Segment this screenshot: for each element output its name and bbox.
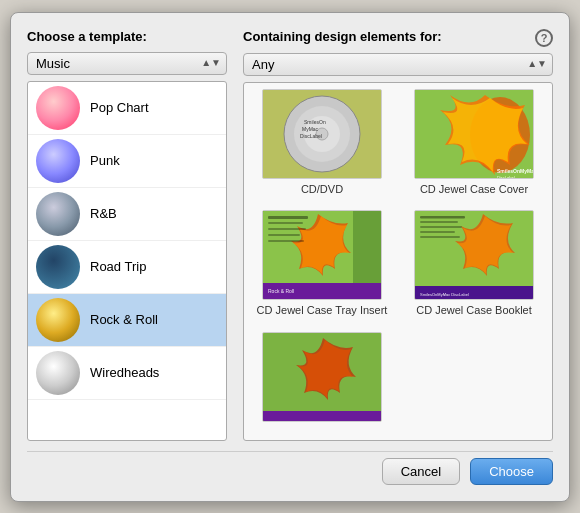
road-trip-label: Road Trip — [90, 259, 146, 274]
template-select[interactable]: Music — [27, 52, 227, 75]
rock-and-roll-item[interactable]: Rock & Roll — [28, 294, 226, 347]
template-dropdown-wrapper: Music ▲▼ — [27, 52, 227, 75]
svg-rect-25 — [420, 231, 455, 233]
jewel-cover-svg: SmilesOnMyMac DiscLabel — [415, 90, 533, 178]
road-trip-thumb — [36, 245, 80, 289]
template-chooser-dialog: Choose a template: Music ▲▼ Pop Chart Pu… — [10, 12, 570, 502]
template-list: Pop Chart Punk R&B Road Trip — [27, 81, 227, 441]
punk-thumb — [36, 139, 80, 183]
rnb-label: R&B — [90, 206, 117, 221]
extra-visual — [263, 333, 381, 421]
jewel-tray-preview-box: Rock & Roll — [262, 210, 382, 300]
help-icon[interactable]: ? — [535, 29, 553, 47]
pop-chart-thumb — [36, 86, 80, 130]
extra-preview-box — [262, 332, 382, 422]
elements-select[interactable]: Any — [243, 53, 553, 76]
svg-rect-17 — [268, 228, 306, 230]
svg-rect-19 — [268, 240, 304, 242]
right-panel: Containing design elements for: ? Any ▲▼ — [243, 29, 553, 441]
wiredheads-label: Wiredheads — [90, 365, 159, 380]
template-item[interactable]: Pop Chart — [28, 82, 226, 135]
cancel-button[interactable]: Cancel — [382, 458, 460, 485]
cd-dvd-preview: SmilesOn MyMac DiscLabel — [262, 89, 382, 179]
rnb-thumb — [36, 192, 80, 236]
dialog-buttons: Cancel Choose — [27, 451, 553, 485]
svg-text:SmilesOnMyMac: SmilesOnMyMac — [497, 168, 533, 174]
cd-dvd-label: CD/DVD — [301, 183, 343, 195]
svg-text:DiscLabel: DiscLabel — [497, 175, 515, 178]
template-item[interactable]: R&B — [28, 188, 226, 241]
svg-rect-23 — [420, 221, 458, 223]
svg-text:MyMac: MyMac — [302, 126, 319, 132]
rock-roll-label: Rock & Roll — [90, 312, 158, 327]
template-item[interactable]: Road Trip — [28, 241, 226, 294]
jewel-tray-visual: Rock & Roll — [263, 211, 381, 299]
elements-dropdown-wrapper: Any ▲▼ — [243, 53, 553, 76]
jewel-cover-result[interactable]: SmilesOnMyMac DiscLabel CD Jewel Case Co… — [402, 89, 546, 203]
jewel-booklet-svg: SmilesOnMyMac DiscLabel — [415, 211, 533, 299]
cd-dvd-visual: SmilesOn MyMac DiscLabel — [263, 90, 381, 178]
jewel-booklet-preview-box: SmilesOnMyMac DiscLabel — [414, 210, 534, 300]
jewel-tray-svg: Rock & Roll — [263, 211, 381, 299]
results-grid: SmilesOn MyMac DiscLabel CD/DVD — [243, 82, 553, 441]
left-panel: Choose a template: Music ▲▼ Pop Chart Pu… — [27, 29, 227, 441]
svg-rect-26 — [420, 236, 460, 238]
svg-rect-18 — [268, 234, 300, 236]
cd-disc-svg: SmilesOn MyMac DiscLabel — [282, 94, 362, 174]
choose-button[interactable]: Choose — [470, 458, 553, 485]
jewel-cover-preview-box: SmilesOnMyMac DiscLabel — [414, 89, 534, 179]
jewel-cover-visual: SmilesOnMyMac DiscLabel — [415, 90, 533, 178]
svg-rect-24 — [420, 226, 462, 228]
pop-chart-label: Pop Chart — [90, 100, 149, 115]
jewel-booklet-label: CD Jewel Case Booklet — [416, 304, 532, 316]
svg-text:SmilesOn: SmilesOn — [304, 119, 326, 125]
svg-rect-15 — [268, 216, 308, 219]
jewel-booklet-result[interactable]: SmilesOnMyMac DiscLabel CD Jewel Case Bo… — [402, 210, 546, 324]
svg-rect-22 — [420, 216, 465, 219]
svg-text:Rock & Roll: Rock & Roll — [268, 288, 294, 294]
svg-rect-29 — [263, 411, 381, 421]
template-item[interactable]: Wiredheads — [28, 347, 226, 400]
wiredheads-thumb — [36, 351, 80, 395]
punk-label: Punk — [90, 153, 120, 168]
template-item[interactable]: Punk — [28, 135, 226, 188]
jewel-booklet-visual: SmilesOnMyMac DiscLabel — [415, 211, 533, 299]
svg-rect-16 — [268, 222, 303, 224]
cd-dvd-result[interactable]: SmilesOn MyMac DiscLabel CD/DVD — [250, 89, 394, 203]
jewel-tray-label: CD Jewel Case Tray Insert — [257, 304, 388, 316]
extra-svg — [263, 333, 381, 421]
svg-text:DiscLabel: DiscLabel — [300, 133, 322, 139]
extra-result[interactable] — [250, 332, 394, 434]
jewel-tray-result[interactable]: Rock & Roll CD Jewel Case Tray Insert — [250, 210, 394, 324]
elements-label: Containing design elements for: — [243, 29, 442, 44]
jewel-cover-label: CD Jewel Case Cover — [420, 183, 528, 195]
svg-text:SmilesOnMyMac DiscLabel: SmilesOnMyMac DiscLabel — [420, 292, 469, 297]
rock-roll-thumb — [36, 298, 80, 342]
template-label: Choose a template: — [27, 29, 227, 44]
